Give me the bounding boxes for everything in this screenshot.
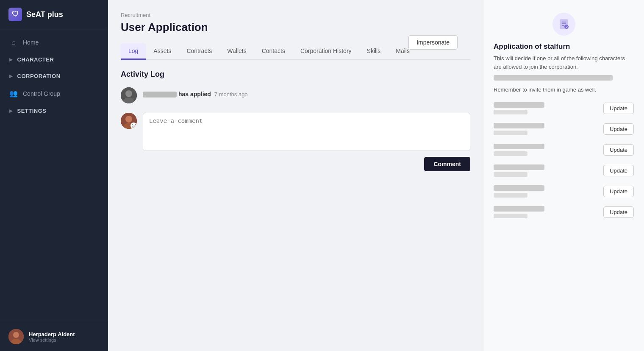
svg-point-7	[125, 116, 132, 123]
character-entry-2: Update	[494, 123, 634, 135]
sidebar-section-character-label: CHARACTER	[17, 56, 54, 63]
character-arrow-icon: ▶	[9, 57, 13, 62]
activity-time: 7 months ago	[214, 91, 248, 98]
character-entry-3: Update	[494, 144, 634, 156]
impersonate-wrap: Impersonate	[408, 35, 458, 50]
impersonate-button[interactable]: Impersonate	[408, 35, 458, 50]
panel-icon-wrap: ✓	[494, 13, 634, 36]
char-sub-blurred-2	[494, 131, 527, 135]
sidebar-section-corporation-label: CORPORATION	[17, 73, 61, 79]
character-entry-4: Update	[494, 164, 634, 177]
content-area: Recruitment User Application Impersonate…	[108, 0, 644, 351]
sidebar-item-control-group[interactable]: 👥 Control Group	[0, 84, 108, 103]
tab-assets[interactable]: Assets	[146, 43, 179, 60]
char-sub-blurred-1	[494, 110, 527, 114]
svg-text:✓: ✓	[565, 26, 568, 29]
update-button-5[interactable]: Update	[603, 186, 634, 197]
corporation-arrow-icon: ▶	[9, 74, 13, 78]
char-name-blurred-4	[494, 164, 544, 170]
current-user-info: Herpaderp Aldent View settings	[29, 331, 75, 343]
tab-contacts[interactable]: Contacts	[254, 43, 293, 60]
char-name-blurred-5	[494, 185, 544, 191]
current-username: Herpaderp Aldent	[29, 331, 75, 337]
activity-username-blurred	[143, 92, 177, 98]
main-content: Recruitment User Application Impersonate…	[108, 0, 644, 351]
panel-application-icon: ✓	[552, 13, 575, 36]
sidebar-item-home[interactable]: ⌂ Home	[0, 33, 108, 51]
activity-entry: has applied 7 months ago	[121, 87, 470, 103]
char-info-5	[494, 185, 599, 198]
activity-text: has applied 7 months ago	[143, 87, 248, 98]
tab-log[interactable]: Log	[121, 43, 146, 60]
svg-point-4	[125, 90, 132, 97]
char-name-blurred-1	[494, 102, 544, 108]
panel-description: This will decide if one or all of the fo…	[494, 54, 634, 71]
sidebar-item-control-group-label: Control Group	[23, 90, 60, 97]
app-name: SeAT plus	[26, 10, 63, 19]
comment-submit-wrap: Comment	[143, 157, 470, 171]
character-entry-1: Update	[494, 102, 634, 114]
comment-badge-icon: 💬	[130, 123, 137, 129]
sidebar-section-settings-label: SETTINGS	[17, 108, 47, 114]
tab-corporation-history[interactable]: Corporation History	[293, 43, 359, 60]
activity-action: has applied	[178, 91, 213, 98]
char-sub-blurred-4	[494, 172, 527, 177]
app-logo[interactable]: 🛡 SeAT plus	[0, 0, 108, 29]
panel-note: Remember to invite them in game as well.	[494, 86, 634, 93]
update-button-3[interactable]: Update	[603, 144, 634, 156]
char-name-blurred-3	[494, 144, 544, 149]
update-button-4[interactable]: Update	[603, 165, 634, 176]
character-entry-6: Update	[494, 206, 634, 218]
sidebar: 🛡 SeAT plus ⌂ Home ▶ CHARACTER ▶ CORPORA…	[0, 0, 108, 351]
character-entry-5: Update	[494, 185, 634, 198]
char-name-blurred-6	[494, 206, 544, 212]
activity-user-avatar	[121, 87, 137, 103]
breadcrumb: Recruitment	[121, 12, 470, 18]
char-sub-blurred-6	[494, 214, 527, 218]
sidebar-section-settings[interactable]: ▶ SETTINGS	[0, 103, 108, 119]
char-info-3	[494, 144, 599, 156]
char-sub-blurred-3	[494, 151, 527, 156]
sidebar-footer: Herpaderp Aldent View settings	[0, 322, 108, 351]
view-settings-link[interactable]: View settings	[29, 337, 75, 343]
update-button-2[interactable]: Update	[603, 123, 634, 135]
right-panel: ✓ Application of stalfurn This will deci…	[483, 0, 644, 351]
comment-textarea[interactable]	[143, 113, 470, 151]
update-button-1[interactable]: Update	[603, 103, 634, 114]
control-group-icon: 👥	[9, 89, 18, 98]
sidebar-nav: ⌂ Home ▶ CHARACTER ▶ CORPORATION 👥 Contr…	[0, 29, 108, 322]
comment-input-wrap: Comment	[143, 113, 470, 171]
char-info-2	[494, 123, 599, 135]
tab-skills[interactable]: Skills	[359, 43, 389, 60]
page-header: Recruitment User Application Impersonate	[121, 12, 470, 34]
current-user-avatar	[8, 329, 24, 344]
page-main: Recruitment User Application Impersonate…	[108, 0, 483, 351]
char-info-4	[494, 164, 599, 177]
char-name-blurred-2	[494, 123, 544, 128]
tab-contracts[interactable]: Contracts	[179, 43, 219, 60]
sidebar-section-character[interactable]: ▶ CHARACTER	[0, 51, 108, 68]
tab-wallets[interactable]: Wallets	[219, 43, 254, 60]
char-info-6	[494, 206, 599, 218]
panel-title: Application of stalfurn	[494, 42, 634, 51]
char-info-1	[494, 102, 599, 114]
panel-chars-blurred	[494, 75, 613, 81]
home-icon: ⌂	[9, 39, 18, 46]
svg-point-1	[13, 332, 19, 338]
comment-area: 💬 Comment	[121, 113, 470, 171]
page-title: User Application	[121, 21, 470, 34]
sidebar-item-home-label: Home	[23, 39, 39, 46]
char-sub-blurred-5	[494, 193, 527, 198]
comment-user-avatar: 💬	[121, 113, 137, 129]
activity-log-title: Activity Log	[121, 70, 470, 79]
update-button-6[interactable]: Update	[603, 206, 634, 218]
comment-submit-button[interactable]: Comment	[424, 157, 470, 171]
logo-icon: 🛡	[8, 8, 22, 21]
settings-arrow-icon: ▶	[9, 109, 13, 113]
sidebar-section-corporation[interactable]: ▶ CORPORATION	[0, 68, 108, 84]
